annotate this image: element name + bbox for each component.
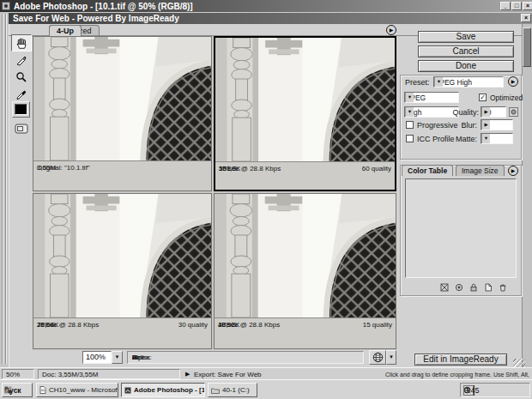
minimize-button[interactable]: _ bbox=[500, 2, 511, 10]
hand-icon bbox=[15, 37, 28, 50]
hand-tool[interactable] bbox=[11, 34, 32, 51]
dialog-titlebar: Save For Web - Powered By ImageReady bbox=[9, 13, 532, 24]
preview-image-15 bbox=[215, 194, 396, 318]
doc-size-field: Doc: 3,55M/3,55M bbox=[38, 369, 180, 379]
main-titlebar: Adobe Photoshop - [10.1.tif @ 50% (RGB/8… bbox=[0, 0, 532, 12]
maximize-button[interactable]: □ bbox=[511, 2, 522, 10]
quality-label: 15 quality bbox=[363, 321, 392, 329]
edit-in-imageready-button[interactable]: Edit in ImageReady bbox=[414, 354, 507, 366]
task-word-document[interactable]: CH10_www - Microsoft ... bbox=[36, 383, 118, 397]
quality-label: Quality: bbox=[444, 108, 479, 117]
lock-color-button[interactable] bbox=[469, 282, 479, 292]
preview-annotation: Original: "10.1.tif" 3,55M bbox=[33, 162, 211, 190]
zoom-level-field[interactable]: 100% bbox=[82, 351, 112, 364]
globe-icon bbox=[372, 352, 384, 363]
trash-icon bbox=[499, 283, 507, 292]
slider-arrow-icon: ▶ bbox=[481, 120, 490, 130]
slice-select-icon bbox=[15, 55, 27, 67]
tool-hint: Click and drag to define cropping frame.… bbox=[385, 372, 529, 378]
document-scrollbar[interactable] bbox=[522, 24, 532, 367]
preset-label: Preset: bbox=[405, 78, 430, 87]
preview-in-browser-button[interactable] bbox=[369, 350, 386, 365]
tab-image-size[interactable]: Image Size bbox=[456, 165, 505, 176]
screen: Adobe Photoshop - [10.1.tif @ 50% (RGB/8… bbox=[0, 0, 532, 399]
close-button[interactable]: × bbox=[523, 2, 532, 10]
dropdown-arrow-icon: ▼ bbox=[405, 107, 414, 117]
preview-menu-button[interactable]: ▶ bbox=[386, 25, 396, 35]
lock-icon bbox=[469, 283, 478, 292]
toggle-slices-button[interactable] bbox=[11, 122, 32, 136]
task-explorer-drive[interactable]: 40-1 (C:) bbox=[208, 383, 257, 397]
folder-icon bbox=[211, 387, 220, 394]
quality-spinner[interactable]: 60 ▶ bbox=[481, 106, 506, 118]
windows-logo-icon bbox=[4, 386, 12, 394]
quality-label: 30 quality bbox=[178, 321, 208, 329]
dialog-title: Save For Web - Powered By ImageReady bbox=[13, 14, 179, 23]
preview-annotation: JPEG 71,04K 26 sec @ 28.8 Kbps 30 qualit… bbox=[33, 319, 211, 348]
start-button[interactable]: Пуск bbox=[2, 383, 33, 397]
window-title: Adobe Photoshop - [10.1.tif @ 50% (RGB/8… bbox=[14, 2, 193, 11]
icc-profile-checkbox[interactable] bbox=[406, 135, 414, 142]
zoom-dropdown-button[interactable]: ▼ bbox=[112, 351, 123, 364]
preview-pane-60[interactable]: JPEG 151,9K 55 sec @ 28.8 Kbps 60 qualit… bbox=[214, 36, 396, 191]
preview-image-60 bbox=[215, 38, 395, 162]
palette-menu-button[interactable]: ▶ bbox=[508, 166, 518, 176]
color-info-bar: R:-- G:-- B:-- Alpha:-- Hex:-- Index:-- bbox=[127, 351, 364, 364]
save-button[interactable]: Save bbox=[418, 31, 514, 43]
eyedropper-icon bbox=[15, 88, 27, 100]
zoom-percent-field[interactable]: 50% bbox=[2, 369, 34, 379]
new-color-button[interactable] bbox=[483, 282, 493, 292]
preview-annotation: JPEG 151,9K 55 sec @ 28.8 Kbps 60 qualit… bbox=[215, 163, 395, 190]
dropdown-arrow-icon: ▼ bbox=[481, 134, 490, 143]
settings-menu-button[interactable]: ▶ bbox=[508, 76, 518, 87]
toolbox-edge bbox=[0, 12, 9, 367]
blur-spinner[interactable]: 0 ▶ bbox=[481, 119, 513, 130]
format-select[interactable]: JPEG ▼ bbox=[404, 92, 459, 103]
quality-label: 60 quality bbox=[362, 165, 391, 173]
magnifier-icon bbox=[15, 71, 27, 83]
cancel-button[interactable]: Cancel bbox=[418, 45, 514, 57]
dropdown-arrow-icon: ▼ bbox=[434, 77, 443, 87]
quality-channel-button[interactable] bbox=[509, 107, 518, 117]
preview-pane-original[interactable]: Original: "10.1.tif" 3,55M bbox=[33, 36, 212, 191]
export-status: Export: Save For Web bbox=[194, 371, 262, 378]
task-photoshop[interactable]: Adobe Photoshop - [1... bbox=[121, 383, 205, 397]
document-icon bbox=[39, 386, 46, 394]
matte-select[interactable]: ▼ bbox=[481, 133, 513, 144]
done-button[interactable]: Done bbox=[418, 60, 514, 72]
clock[interactable]: 9:45 bbox=[464, 386, 480, 395]
web-snap-button[interactable] bbox=[439, 282, 450, 292]
taskbar: Пуск CH10_www - Microsoft ... Adobe Phot… bbox=[0, 379, 532, 399]
slice-select-tool[interactable] bbox=[11, 52, 32, 70]
progressive-checkbox[interactable] bbox=[406, 121, 414, 129]
preview-pane-15[interactable]: JPEG 48,92K 18 sec @ 28.8 Kbps 15 qualit… bbox=[214, 193, 396, 349]
system-tray: EN ? 9:45 bbox=[460, 383, 530, 397]
web-snap-icon bbox=[440, 283, 449, 292]
eyedropper-color-swatch[interactable] bbox=[12, 101, 30, 118]
dropdown-arrow-icon: ▼ bbox=[405, 93, 414, 102]
tab-4up[interactable]: 4-Up bbox=[49, 25, 82, 36]
optimized-checkbox[interactable]: ✓ bbox=[479, 94, 487, 101]
eyedropper-tool[interactable] bbox=[11, 85, 32, 102]
app-icon bbox=[2, 2, 10, 10]
matte-label: Matte: bbox=[444, 135, 477, 143]
preset-select[interactable]: JPEG High ▼ bbox=[433, 76, 504, 88]
preview-image-original bbox=[33, 37, 211, 161]
preview-annotation: JPEG 48,92K 18 sec @ 28.8 Kbps 15 qualit… bbox=[215, 319, 396, 348]
channel-icon bbox=[510, 108, 517, 116]
current-color bbox=[15, 104, 27, 115]
preview-area: Original: "10.1.tif" 3,55M JPEG 151,9K 5… bbox=[33, 36, 396, 350]
tab-color-table[interactable]: Color Table bbox=[402, 165, 453, 176]
slider-arrow-icon: ▶ bbox=[481, 107, 490, 117]
transparency-icon bbox=[455, 283, 463, 292]
new-page-icon bbox=[484, 283, 493, 292]
dialog-close-button[interactable]: × bbox=[521, 14, 531, 22]
status-popup-arrow[interactable]: ▶ bbox=[185, 371, 190, 378]
zoom-tool[interactable] bbox=[11, 69, 32, 86]
transparency-button[interactable] bbox=[454, 282, 464, 292]
scrollbar-thumb[interactable] bbox=[523, 27, 531, 67]
preview-pane-30[interactable]: JPEG 71,04K 26 sec @ 28.8 Kbps 30 qualit… bbox=[33, 193, 212, 349]
delete-color-button[interactable] bbox=[498, 282, 508, 292]
preview-image-30 bbox=[33, 194, 211, 318]
browser-select-button[interactable]: ▼ bbox=[386, 350, 396, 365]
